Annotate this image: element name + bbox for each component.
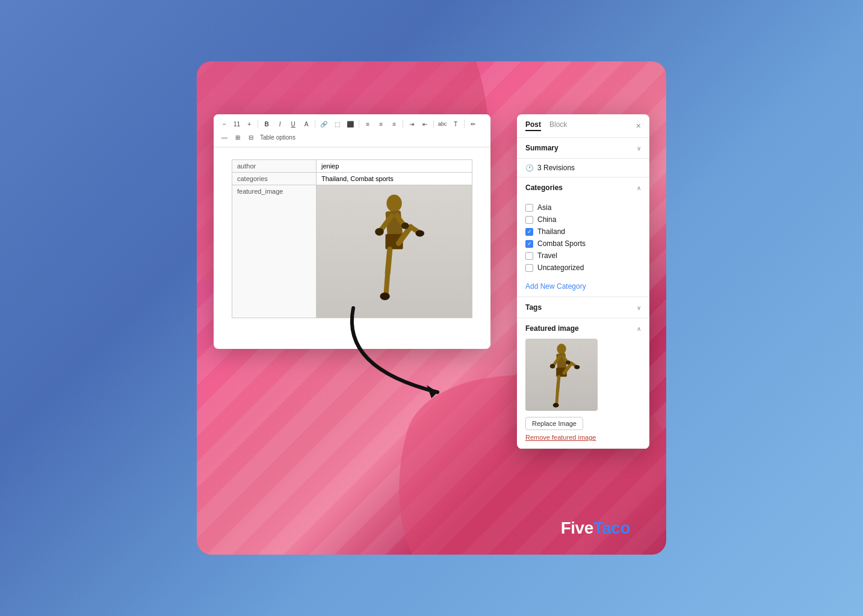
toolbar-link[interactable]: 🔗 — [318, 118, 330, 130]
summary-chevron: ∨ — [637, 145, 641, 152]
svg-point-11 — [380, 292, 389, 300]
table-key-categories: categories — [232, 173, 317, 185]
add-category-link[interactable]: Add New Category — [517, 280, 649, 297]
toolbar-strike[interactable]: abc — [436, 118, 448, 130]
category-label-thailand: Thailand — [537, 227, 565, 236]
categories-header[interactable]: Categories ∧ — [517, 177, 649, 198]
svg-line-5 — [388, 249, 390, 273]
table-row-featured-image: featured_image — [232, 185, 472, 318]
featured-image-header[interactable]: Featured image ∧ — [517, 318, 649, 339]
toolbar-grid2[interactable]: ⊟ — [245, 131, 257, 143]
toolbar-plus[interactable]: + — [243, 118, 255, 130]
toolbar-clear[interactable]: T — [450, 118, 462, 130]
toolbar-color[interactable]: A — [300, 118, 312, 130]
svg-point-12 — [415, 230, 424, 237]
main-container: − 11 + B I U A 🔗 ⬚ ⬛ ≡ ≡ ≡ ⇥ ⇤ abc T ✏ —… — [197, 61, 666, 555]
summary-title: Summary — [525, 144, 558, 152]
panel-header: Post Block × — [517, 114, 649, 138]
categories-section: Categories ∧ Asia China Thailand — [517, 177, 649, 297]
checkbox-asia[interactable] — [525, 204, 533, 212]
tags-title: Tags — [525, 303, 542, 312]
toolbar-line[interactable]: — — [218, 131, 230, 143]
featured-image-title: Featured image — [525, 324, 579, 333]
editor-window: − 11 + B I U A 🔗 ⬚ ⬛ ≡ ≡ ≡ ⇥ ⇤ abc T ✏ —… — [214, 114, 490, 349]
svg-point-10 — [401, 223, 409, 229]
toolbar-bold[interactable]: B — [261, 118, 273, 130]
panel-tabs: Post Block — [525, 120, 567, 131]
toolbar-media1[interactable]: ⬚ — [331, 118, 343, 130]
svg-line-20 — [557, 392, 558, 405]
side-panel: Post Block × Summary ∨ 🕐 3 Revisions Cat… — [517, 114, 649, 449]
checkbox-uncategorized[interactable] — [525, 264, 533, 272]
tags-chevron: ∨ — [637, 304, 641, 311]
toolbar-sep-3 — [359, 120, 359, 128]
summary-section: Summary ∨ — [517, 138, 649, 159]
summary-header[interactable]: Summary ∨ — [517, 138, 649, 158]
toolbar-eraser[interactable]: ✏ — [467, 118, 479, 130]
table-row-author: author jeniep — [232, 160, 472, 173]
toolbar-sep-6 — [464, 120, 465, 128]
toolbar-minus[interactable]: − — [218, 118, 230, 130]
remove-featured-image-link[interactable]: Remove featured image — [525, 434, 641, 441]
toolbar-font-size: 11 — [232, 121, 242, 128]
toolbar-media2[interactable]: ⬛ — [344, 118, 356, 130]
toolbar-indent1[interactable]: ⇥ — [406, 118, 418, 130]
toolbar-list1[interactable]: ≡ — [375, 118, 387, 130]
fighter-image-panel — [525, 339, 598, 411]
checkbox-travel[interactable] — [525, 252, 533, 260]
categories-title: Categories — [525, 183, 563, 192]
checkbox-china[interactable] — [525, 216, 533, 224]
toolbar-sep-4 — [403, 120, 403, 128]
category-label-asia: Asia — [537, 203, 551, 212]
category-item-asia: Asia — [525, 202, 641, 214]
table-row-categories: categories Thailand, Combat sports — [232, 173, 472, 185]
svg-point-25 — [553, 403, 559, 408]
data-table: author jeniep categories Thailand, Comba… — [232, 159, 472, 318]
checkbox-thailand[interactable] — [525, 228, 533, 236]
table-value-featured-image — [317, 185, 472, 318]
editor-toolbar: − 11 + B I U A 🔗 ⬚ ⬛ ≡ ≡ ≡ ⇥ ⇤ abc T ✏ —… — [214, 114, 490, 147]
toolbar-indent2[interactable]: ⇤ — [419, 118, 431, 130]
svg-line-6 — [386, 273, 388, 295]
revisions-row[interactable]: 🕐 3 Revisions — [517, 159, 649, 177]
checkbox-combat-sports[interactable] — [525, 240, 533, 248]
toolbar-underline[interactable]: U — [287, 118, 299, 130]
tags-header[interactable]: Tags ∨ — [517, 297, 649, 318]
featured-image-section: Featured image ∧ — [517, 318, 649, 449]
svg-point-26 — [574, 365, 580, 369]
categories-chevron: ∧ — [637, 185, 641, 191]
editor-content: author jeniep categories Thailand, Comba… — [214, 147, 490, 349]
featured-image-chevron: ∧ — [637, 325, 641, 332]
svg-point-23 — [550, 364, 555, 369]
replace-image-button[interactable]: Replace Image — [525, 417, 583, 430]
toolbar-italic[interactable]: I — [274, 118, 286, 130]
category-item-china: China — [525, 214, 641, 226]
toolbar-grid1[interactable]: ⊞ — [232, 131, 244, 143]
table-value-categories: Thailand, Combat sports — [317, 173, 472, 185]
toolbar-sep-5 — [433, 120, 434, 128]
featured-image-preview — [525, 339, 598, 411]
svg-point-14 — [557, 343, 566, 354]
fighter-svg-panel — [537, 342, 586, 408]
toolbar-sep-1 — [258, 120, 258, 128]
close-button[interactable]: × — [636, 122, 641, 130]
category-item-uncategorized: Uncategorized — [525, 262, 641, 274]
categories-list: Asia China Thailand Combat Sports Travel — [517, 198, 649, 280]
tab-post[interactable]: Post — [525, 120, 541, 131]
fighter-image-editor — [317, 185, 472, 318]
table-value-author: jeniep — [317, 160, 472, 173]
category-label-china: China — [537, 215, 556, 224]
toolbar-list2[interactable]: ≡ — [388, 118, 400, 130]
toolbar-align[interactable]: ≡ — [362, 118, 374, 130]
fighter-svg-editor — [358, 191, 430, 312]
table-key-featured-image: featured_image — [232, 185, 317, 318]
table-key-author: author — [232, 160, 317, 173]
revisions-icon: 🕐 — [525, 164, 534, 172]
category-label-uncategorized: Uncategorized — [537, 263, 584, 272]
toolbar-table-options[interactable]: Table options — [258, 134, 297, 141]
featured-image-body: Replace Image Remove featured image — [517, 339, 649, 448]
svg-point-24 — [566, 360, 571, 365]
tab-block[interactable]: Block — [549, 120, 567, 131]
svg-line-19 — [557, 377, 558, 391]
toolbar-sep-2 — [315, 120, 315, 128]
